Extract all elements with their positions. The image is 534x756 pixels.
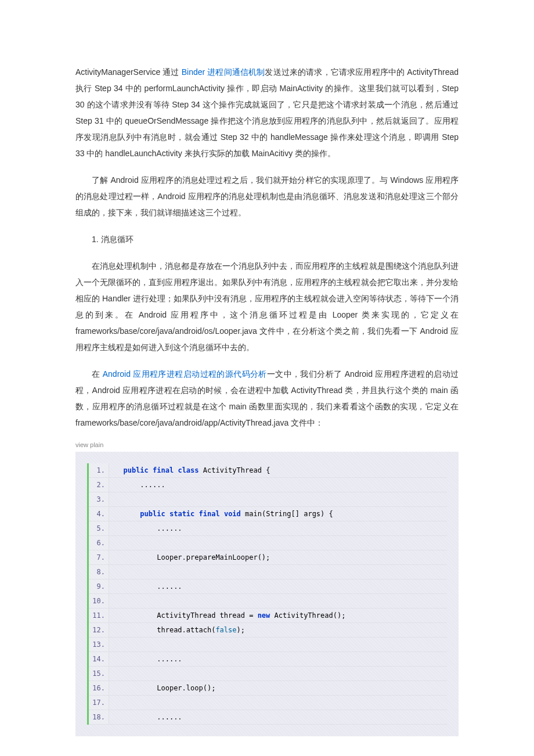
code-content: ActivityThread thread = new ActivityThre… [109,609,345,622]
code-line: 7. Looper.prepareMainLooper(); [89,550,447,565]
line-number: 1. [89,463,109,477]
line-number: 6. [89,536,109,550]
paragraph-3: 在消息处理机制中，消息都是存放在一个消息队列中去，而应用程序的主线程就是围绕这个… [75,258,459,355]
code-line: 14. ...... [89,652,447,667]
line-number: 3. [89,492,109,506]
paragraph-4: 在 Android 应用程序进程启动过程的源代码分析一文中，我们分析了 Andr… [75,366,459,431]
text: 发送过来的请求，它请求应用程序中的 ActivityThread 执行 Step… [75,67,459,158]
line-number: 16. [89,681,109,695]
code-line: 13. [89,638,447,652]
line-number: 7. [89,550,109,564]
code-content: ...... [109,478,165,492]
code-line: 9. ...... [89,579,447,594]
text: 在 [92,369,103,379]
code-content: public final class ActivityThread { [109,463,270,477]
code-line: 18. ...... [89,710,447,725]
text: ActivityManagerService 通过 [75,67,182,77]
line-number: 10. [89,594,109,608]
code-line: 16. Looper.loop(); [89,681,447,696]
binder-ipc-link[interactable]: Binder 进程间通信机制 [182,67,265,77]
code-line: 12. thread.attach(false); [89,623,447,638]
section-title-message-loop: 1. 消息循环 [75,231,459,247]
line-number: 5. [89,521,109,535]
code-line: 3. [89,492,447,507]
line-number: 13. [89,638,109,651]
line-number: 15. [89,667,109,681]
code-content: Looper.loop(); [109,681,215,695]
line-number: 2. [89,478,109,492]
line-number: 11. [89,609,109,622]
document-page: ActivityManagerService 通过 Binder 进程间通信机制… [0,0,534,756]
code-line: 2. ...... [89,478,447,492]
code-line: 15. [89,667,447,681]
code-content: ...... [109,521,182,535]
code-line: 17. [89,696,447,710]
android-process-startup-link[interactable]: Android 应用程序进程启动过程的源代码分析 [103,369,267,379]
paragraph-1: ActivityManagerService 通过 Binder 进程间通信机制… [75,64,459,161]
code-block: 1. public final class ActivityThread {2.… [75,452,459,736]
line-number: 18. [89,710,109,724]
code-content: thread.attach(false); [109,623,245,637]
line-number: 9. [89,579,109,593]
code-line: 6. [89,536,447,550]
code-line: 10. [89,594,447,609]
code-line: 11. ActivityThread thread = new Activity… [89,609,447,623]
code-line: 4. public static final void main(String[… [89,507,447,521]
code-lines: 1. public final class ActivityThread {2.… [87,463,447,725]
line-number: 4. [89,507,109,521]
code-line: 8. [89,565,447,579]
code-line: 1. public final class ActivityThread { [89,463,447,478]
line-number: 14. [89,652,109,666]
line-number: 12. [89,623,109,637]
paragraph-2: 了解 Android 应用程序的消息处理过程之后，我们就开始分样它的实现原理了。… [75,172,459,221]
code-content: public static final void main(String[] a… [109,507,333,521]
code-content: ...... [109,710,182,724]
code-content: ...... [109,652,182,666]
view-plain-link[interactable]: view plain [75,441,459,448]
code-line: 5. ...... [89,521,447,536]
code-content: ...... [109,579,182,593]
line-number: 8. [89,565,109,579]
line-number: 17. [89,696,109,710]
code-content: Looper.prepareMainLooper(); [109,550,270,564]
